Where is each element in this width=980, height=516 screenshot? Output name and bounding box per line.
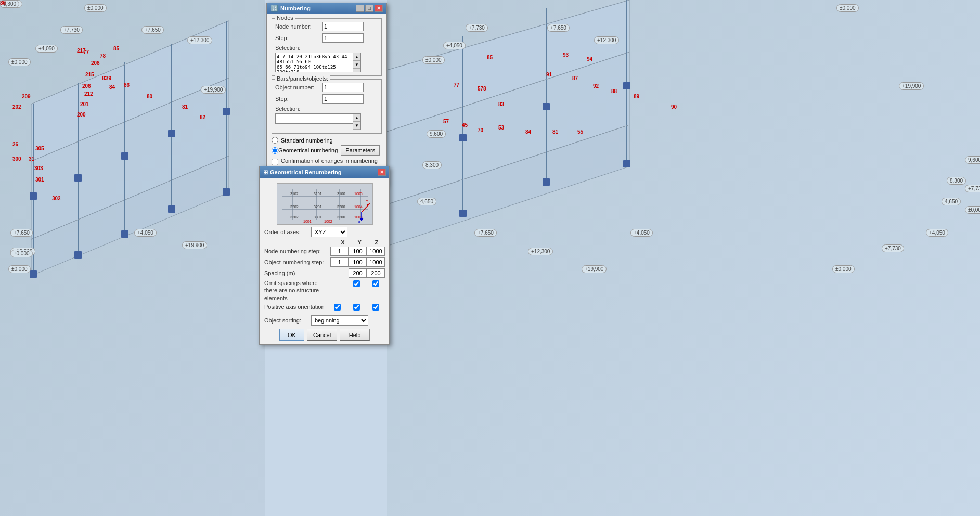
- selection-textarea-wrap-2: ▲ ▼: [275, 113, 378, 130]
- selection-textarea-1[interactable]: 4 7 14 20 21to36By5 43 44 48to51 56 60 6…: [275, 53, 353, 72]
- positive-x-checkbox[interactable]: [334, 304, 341, 311]
- restore-button[interactable]: □: [365, 5, 373, 12]
- standard-numbering-row: Standard numbering: [272, 137, 382, 144]
- scroll-up-2[interactable]: ▲: [353, 114, 360, 122]
- node-79: 79: [106, 75, 111, 81]
- node-217: 217: [77, 48, 86, 54]
- node-200: 200: [77, 112, 86, 118]
- geo-titlebar[interactable]: ⊞ Geometrical Renumbering ✕: [260, 166, 389, 178]
- spacing-z[interactable]: [367, 268, 385, 278]
- label-7650-right: +7,650: [547, 24, 570, 32]
- label-4650: 4,650: [417, 198, 436, 205]
- node-212: 212: [84, 91, 93, 97]
- node-80: 80: [147, 94, 152, 99]
- geo-close-button[interactable]: ✕: [378, 169, 386, 176]
- node-r84: 84: [525, 129, 531, 135]
- positive-z-cell: [367, 304, 385, 311]
- node-r89: 89: [634, 94, 639, 99]
- confirmation-label[interactable]: Confirmation of changes in numbering: [281, 158, 378, 164]
- omit-y-checkbox[interactable]: [353, 280, 360, 287]
- node-r88: 88: [611, 88, 617, 94]
- positive-y-checkbox[interactable]: [353, 304, 360, 311]
- sorting-select[interactable]: beginning end: [311, 315, 368, 326]
- label-19900-left: +19,900: [201, 86, 226, 94]
- scroll-down-1[interactable]: ▼: [353, 61, 360, 69]
- node-26: 26: [12, 141, 18, 147]
- geo-cancel-button[interactable]: Cancel: [307, 329, 337, 341]
- node-215: 215: [85, 72, 94, 78]
- order-axes-select[interactable]: XYZ XZY YXZ: [311, 227, 347, 237]
- object-number-input[interactable]: [322, 83, 364, 92]
- col-y-header: Y: [351, 239, 368, 246]
- node-305: 305: [35, 146, 44, 151]
- scroll-up-1[interactable]: ▲: [353, 53, 360, 61]
- node-r53: 53: [498, 125, 504, 131]
- obj-step-x[interactable]: [330, 257, 349, 267]
- omit-z-checkbox[interactable]: [372, 280, 379, 287]
- confirmation-checkbox[interactable]: [272, 159, 278, 165]
- svg-text:3301: 3301: [314, 215, 322, 219]
- sorting-row: Object sorting: beginning end: [264, 315, 385, 326]
- numbering-titlebar[interactable]: 🔢 Numbering _ □ ✕: [267, 3, 386, 14]
- node-r578: 578: [478, 86, 486, 92]
- node-81: 81: [182, 104, 188, 110]
- omit-y-cell: [347, 280, 366, 287]
- step-input-1[interactable]: [322, 33, 364, 43]
- titlebar-controls: _ □ ✕: [356, 5, 383, 12]
- object-number-label: Object number:: [275, 84, 322, 91]
- minimize-button[interactable]: _: [356, 5, 364, 12]
- close-button[interactable]: ✕: [375, 5, 383, 12]
- obj-step-label: Object-numbering step:: [264, 259, 330, 266]
- svg-text:X: X: [358, 220, 361, 224]
- geo-ok-button[interactable]: OK: [279, 329, 304, 341]
- obj-step-y[interactable]: [349, 257, 367, 267]
- spacing-x-empty: [332, 268, 349, 278]
- node-r86: 86: [0, 0, 6, 6]
- selection-textarea-2[interactable]: [275, 113, 353, 124]
- node-85: 85: [113, 46, 119, 51]
- label-19900-bot: +19,900: [182, 241, 207, 249]
- node-201: 201: [80, 101, 89, 107]
- node-86: 86: [124, 82, 130, 88]
- cad-right-panel: [387, 0, 980, 516]
- node-31: 31: [29, 156, 34, 162]
- order-axes-row: Order of axes: XYZ XZY YXZ: [264, 227, 385, 237]
- node-step-z[interactable]: [367, 247, 385, 256]
- geo-renumbering-dialog: ⊞ Geometrical Renumbering ✕: [259, 166, 390, 345]
- geo-help-button[interactable]: Help: [340, 329, 370, 341]
- label-r-12300: +12,300: [528, 248, 553, 255]
- label-0000-top-left: ±0,000: [84, 4, 107, 12]
- svg-text:3102: 3102: [290, 192, 299, 196]
- label-r-7650: +7,650: [474, 229, 497, 237]
- step-row-2: Step:: [275, 94, 378, 104]
- node-step-row: Node-numbering step:: [264, 247, 385, 256]
- node-r77: 77: [454, 82, 459, 88]
- node-r90: 90: [671, 104, 677, 110]
- selection-textarea-wrap: 4 7 14 20 21to36By5 43 44 48to51 56 60 6…: [275, 53, 378, 72]
- parameters-button[interactable]: Parameters: [341, 145, 380, 156]
- step-input-2[interactable]: [322, 94, 364, 104]
- node-302: 302: [52, 196, 61, 201]
- nodes-section-label: Nodes: [275, 15, 295, 21]
- spacing-y[interactable]: [349, 268, 367, 278]
- standard-numbering-radio[interactable]: [272, 137, 278, 144]
- scroll-down-2[interactable]: ▼: [353, 122, 360, 130]
- node-step-y[interactable]: [349, 247, 367, 256]
- numbering-icon: 🔢: [270, 5, 278, 12]
- nodes-section: Nodes Node number: Step: Selection: 4 7 …: [272, 18, 382, 76]
- scroll-arrows-2: ▲ ▼: [353, 113, 361, 130]
- node-number-row: Node number:: [275, 22, 378, 31]
- sorting-label: Object sorting:: [264, 317, 311, 324]
- obj-step-z[interactable]: [367, 257, 385, 267]
- node-step-x[interactable]: [330, 247, 349, 256]
- spacing-label: Spacing (m): [264, 269, 332, 277]
- standard-numbering-label[interactable]: Standard numbering: [281, 137, 333, 144]
- label-7730-right: +7,730: [466, 24, 488, 32]
- cad-left-panel: [0, 0, 265, 516]
- node-number-input[interactable]: [322, 22, 364, 31]
- positive-row: Positive axis orientation: [264, 303, 385, 311]
- positive-z-checkbox[interactable]: [372, 304, 379, 311]
- geo-numbering-radio[interactable]: [272, 147, 278, 154]
- node-number-label: Node number:: [275, 23, 322, 30]
- geo-numbering-label[interactable]: Geometrical numbering: [278, 147, 338, 153]
